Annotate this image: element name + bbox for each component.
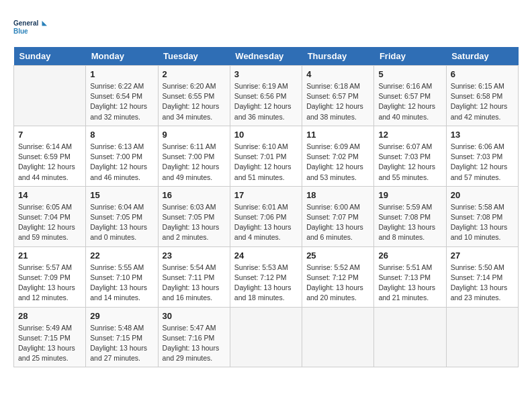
day-info: Sunrise: 5:49 AMSunset: 7:15 PMDaylight:… <box>18 323 81 364</box>
day-number: 6 <box>451 69 514 79</box>
calendar-cell: 2Sunrise: 6:20 AMSunset: 6:55 PMDaylight… <box>158 66 230 126</box>
calendar-cell: 11Sunrise: 6:09 AMSunset: 7:02 PMDayligh… <box>302 126 374 186</box>
day-number: 13 <box>451 130 514 140</box>
day-info: Sunrise: 5:59 AMSunset: 7:08 PMDaylight:… <box>378 202 441 243</box>
day-info: Sunrise: 6:07 AMSunset: 7:03 PMDaylight:… <box>378 142 441 183</box>
day-info: Sunrise: 6:15 AMSunset: 6:58 PMDaylight:… <box>451 81 514 122</box>
day-number: 27 <box>451 250 514 261</box>
day-number: 8 <box>90 130 153 140</box>
day-number: 24 <box>234 250 298 261</box>
calendar-cell: 19Sunrise: 5:59 AMSunset: 7:08 PMDayligh… <box>374 186 446 246</box>
calendar-cell: 1Sunrise: 6:22 AMSunset: 6:54 PMDaylight… <box>86 66 158 126</box>
day-number: 18 <box>306 190 369 200</box>
day-info: Sunrise: 6:01 AMSunset: 7:06 PMDaylight:… <box>234 202 298 243</box>
calendar-cell: 6Sunrise: 6:15 AMSunset: 6:58 PMDaylight… <box>446 66 518 126</box>
calendar-cell: 4Sunrise: 6:18 AMSunset: 6:57 PMDaylight… <box>302 66 374 126</box>
calendar-cell: 24Sunrise: 5:53 AMSunset: 7:12 PMDayligh… <box>230 246 302 307</box>
day-number: 1 <box>90 69 153 79</box>
day-info: Sunrise: 5:54 AMSunset: 7:11 PMDaylight:… <box>163 263 226 304</box>
logo: General Blue <box>13 13 47 40</box>
calendar-cell: 29Sunrise: 5:48 AMSunset: 7:15 PMDayligh… <box>86 307 158 367</box>
day-number: 25 <box>306 250 369 261</box>
day-info: Sunrise: 6:20 AMSunset: 6:55 PMDaylight:… <box>163 81 226 122</box>
day-number: 12 <box>378 130 441 140</box>
day-number: 2 <box>163 69 226 79</box>
day-number: 11 <box>306 130 369 140</box>
day-info: Sunrise: 5:53 AMSunset: 7:12 PMDaylight:… <box>234 263 298 304</box>
calendar-cell: 8Sunrise: 6:13 AMSunset: 7:00 PMDaylight… <box>86 126 158 186</box>
day-info: Sunrise: 6:19 AMSunset: 6:56 PMDaylight:… <box>234 81 298 122</box>
day-info: Sunrise: 6:16 AMSunset: 6:57 PMDaylight:… <box>378 81 441 122</box>
day-number: 3 <box>234 69 298 79</box>
day-info: Sunrise: 6:09 AMSunset: 7:02 PMDaylight:… <box>306 142 369 183</box>
calendar-cell <box>446 307 518 367</box>
calendar-cell: 26Sunrise: 5:51 AMSunset: 7:13 PMDayligh… <box>374 246 446 307</box>
day-info: Sunrise: 5:57 AMSunset: 7:09 PMDaylight:… <box>18 263 81 304</box>
calendar-cell: 14Sunrise: 6:05 AMSunset: 7:04 PMDayligh… <box>14 186 86 246</box>
page-header: General Blue <box>13 13 519 40</box>
day-info: Sunrise: 5:58 AMSunset: 7:08 PMDaylight:… <box>451 202 514 243</box>
day-number: 28 <box>18 311 81 321</box>
calendar-cell: 22Sunrise: 5:55 AMSunset: 7:10 PMDayligh… <box>86 246 158 307</box>
day-info: Sunrise: 5:55 AMSunset: 7:10 PMDaylight:… <box>90 263 153 304</box>
day-info: Sunrise: 6:00 AMSunset: 7:07 PMDaylight:… <box>306 202 369 243</box>
calendar-cell: 21Sunrise: 5:57 AMSunset: 7:09 PMDayligh… <box>14 246 86 307</box>
day-info: Sunrise: 5:47 AMSunset: 7:16 PMDaylight:… <box>163 323 226 364</box>
day-number: 7 <box>18 130 81 140</box>
svg-marker-2 <box>42 21 48 26</box>
day-info: Sunrise: 6:18 AMSunset: 6:57 PMDaylight:… <box>306 81 369 122</box>
day-info: Sunrise: 6:05 AMSunset: 7:04 PMDaylight:… <box>18 202 81 243</box>
calendar-cell: 27Sunrise: 5:50 AMSunset: 7:14 PMDayligh… <box>446 246 518 307</box>
weekday-header-row: SundayMondayTuesdayWednesdayThursdayFrid… <box>14 47 519 66</box>
calendar-cell: 7Sunrise: 6:14 AMSunset: 6:59 PMDaylight… <box>14 126 86 186</box>
calendar-cell: 13Sunrise: 6:06 AMSunset: 7:03 PMDayligh… <box>446 126 518 186</box>
calendar-week-row: 21Sunrise: 5:57 AMSunset: 7:09 PMDayligh… <box>14 246 519 307</box>
calendar-cell: 28Sunrise: 5:49 AMSunset: 7:15 PMDayligh… <box>14 307 86 367</box>
calendar-cell: 10Sunrise: 6:10 AMSunset: 7:01 PMDayligh… <box>230 126 302 186</box>
calendar-cell: 12Sunrise: 6:07 AMSunset: 7:03 PMDayligh… <box>374 126 446 186</box>
calendar-cell: 23Sunrise: 5:54 AMSunset: 7:11 PMDayligh… <box>158 246 230 307</box>
calendar-cell: 3Sunrise: 6:19 AMSunset: 6:56 PMDaylight… <box>230 66 302 126</box>
svg-text:Blue: Blue <box>13 28 28 35</box>
calendar-cell: 25Sunrise: 5:52 AMSunset: 7:12 PMDayligh… <box>302 246 374 307</box>
day-info: Sunrise: 5:51 AMSunset: 7:13 PMDaylight:… <box>378 263 441 304</box>
calendar-cell <box>14 66 86 126</box>
day-info: Sunrise: 5:50 AMSunset: 7:14 PMDaylight:… <box>451 263 514 304</box>
calendar-cell: 9Sunrise: 6:11 AMSunset: 7:00 PMDaylight… <box>158 126 230 186</box>
day-number: 29 <box>90 311 153 321</box>
calendar-table: SundayMondayTuesdayWednesdayThursdayFrid… <box>13 47 519 367</box>
day-number: 16 <box>163 190 226 200</box>
calendar-week-row: 28Sunrise: 5:49 AMSunset: 7:15 PMDayligh… <box>14 307 519 367</box>
day-info: Sunrise: 5:48 AMSunset: 7:15 PMDaylight:… <box>90 323 153 364</box>
day-info: Sunrise: 6:06 AMSunset: 7:03 PMDaylight:… <box>451 142 514 183</box>
day-info: Sunrise: 6:13 AMSunset: 7:00 PMDaylight:… <box>90 142 153 183</box>
calendar-cell: 5Sunrise: 6:16 AMSunset: 6:57 PMDaylight… <box>374 66 446 126</box>
calendar-cell <box>230 307 302 367</box>
weekday-header-saturday: Saturday <box>446 47 518 66</box>
day-number: 22 <box>90 250 153 261</box>
calendar-cell: 18Sunrise: 6:00 AMSunset: 7:07 PMDayligh… <box>302 186 374 246</box>
day-info: Sunrise: 5:52 AMSunset: 7:12 PMDaylight:… <box>306 263 369 304</box>
weekday-header-wednesday: Wednesday <box>230 47 302 66</box>
day-number: 5 <box>378 69 441 79</box>
weekday-header-friday: Friday <box>374 47 446 66</box>
day-number: 30 <box>163 311 226 321</box>
day-number: 20 <box>451 190 514 200</box>
day-info: Sunrise: 6:10 AMSunset: 7:01 PMDaylight:… <box>234 142 298 183</box>
calendar-cell <box>302 307 374 367</box>
day-number: 4 <box>306 69 369 79</box>
calendar-cell: 30Sunrise: 5:47 AMSunset: 7:16 PMDayligh… <box>158 307 230 367</box>
day-info: Sunrise: 6:14 AMSunset: 6:59 PMDaylight:… <box>18 142 81 183</box>
day-number: 10 <box>234 130 298 140</box>
weekday-header-thursday: Thursday <box>302 47 374 66</box>
calendar-week-row: 1Sunrise: 6:22 AMSunset: 6:54 PMDaylight… <box>14 66 519 126</box>
day-number: 9 <box>163 130 226 140</box>
day-number: 15 <box>90 190 153 200</box>
calendar-cell: 15Sunrise: 6:04 AMSunset: 7:05 PMDayligh… <box>86 186 158 246</box>
calendar-week-row: 7Sunrise: 6:14 AMSunset: 6:59 PMDaylight… <box>14 126 519 186</box>
calendar-week-row: 14Sunrise: 6:05 AMSunset: 7:04 PMDayligh… <box>14 186 519 246</box>
calendar-cell: 17Sunrise: 6:01 AMSunset: 7:06 PMDayligh… <box>230 186 302 246</box>
day-info: Sunrise: 6:11 AMSunset: 7:00 PMDaylight:… <box>163 142 226 183</box>
logo-svg: General Blue <box>13 13 47 40</box>
svg-text:General: General <box>13 19 38 27</box>
